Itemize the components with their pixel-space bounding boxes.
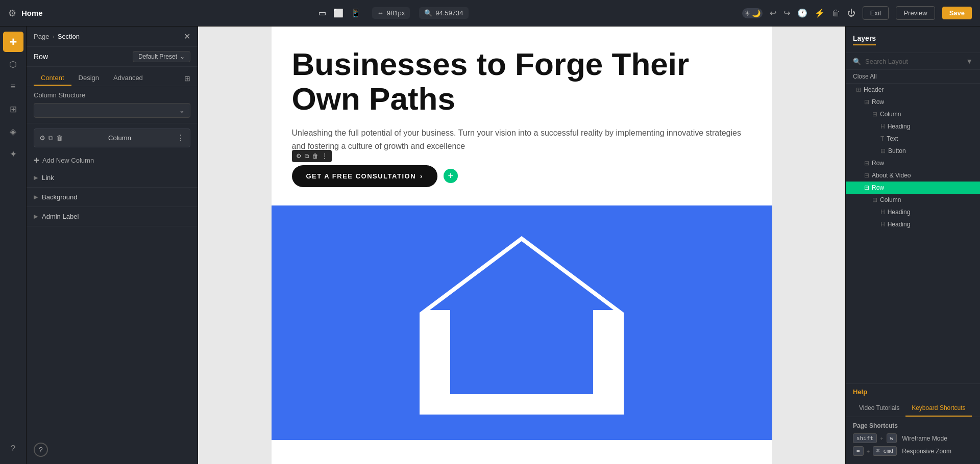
layer-row-1-label: Row — [872, 98, 884, 106]
power-icon[interactable]: ⏻ — [847, 9, 855, 18]
layers-header: Layers — [846, 27, 980, 53]
redo-icon[interactable]: ↪ — [783, 8, 790, 18]
heading-icon-2: H — [880, 209, 885, 216]
tab-design[interactable]: Design — [71, 71, 106, 86]
add-content-icon[interactable]: ✚ — [3, 32, 23, 52]
layers-tab[interactable]: Layers — [853, 34, 876, 45]
svg-marker-2 — [430, 241, 614, 310]
layer-text-1[interactable]: T Text — [846, 133, 980, 145]
media-icon[interactable]: ⊞ — [3, 99, 23, 119]
save-button[interactable]: Save — [942, 7, 972, 19]
close-all-button[interactable]: Close All — [846, 70, 980, 84]
add-column-label: Add New Column — [42, 157, 94, 164]
link-chevron-icon: ▶ — [34, 174, 38, 181]
search-input[interactable] — [865, 58, 962, 65]
module-copy-icon[interactable]: ⧉ — [304, 151, 310, 161]
px-icon: ↔ — [377, 9, 384, 17]
column-label: Column — [108, 134, 131, 142]
layers-icon[interactable]: ≡ — [3, 76, 23, 97]
row-icon-1: ⊟ — [864, 98, 869, 106]
trash-icon[interactable]: 🗑 — [832, 9, 840, 18]
px-value: 981px — [387, 9, 405, 17]
undo-icon[interactable]: ↩ — [770, 8, 776, 18]
layer-heading-2[interactable]: H Heading — [846, 206, 980, 218]
sun-icon: ☀ — [744, 9, 751, 17]
layer-column-1-label: Column — [880, 111, 901, 118]
layer-heading-3[interactable]: H Heading — [846, 218, 980, 230]
module-delete-icon[interactable]: 🗑 — [311, 151, 320, 161]
zoom-desc: Responsive Zoom — [902, 448, 951, 455]
layout-icon-sm[interactable]: ⊞ — [184, 74, 190, 83]
kbd-shift: shift — [853, 433, 877, 443]
help-icon[interactable]: ? — [3, 439, 23, 459]
pages-icon[interactable]: ⬡ — [3, 54, 23, 74]
topbar: ⚙ Home ▭ ⬜ 📱 ↔ 981px 🔍 94.59734 ☀ 🌙 ↩ ↪ … — [0, 0, 980, 27]
panel-close-button[interactable]: ✕ — [184, 32, 190, 41]
admin-label: Admin Label — [42, 213, 79, 220]
history-icon[interactable]: 🕐 — [797, 8, 807, 18]
search-icon: 🔍 — [853, 58, 861, 65]
layer-about-video-label: About & Video — [872, 172, 911, 179]
settings-sm-icon[interactable]: ⚙ — [39, 134, 45, 142]
more-options-icon[interactable]: ⋮ — [177, 133, 185, 143]
layer-header[interactable]: ⊞ Header — [846, 84, 980, 96]
theme-toggle[interactable]: ☀ 🌙 — [742, 8, 763, 18]
module-settings-icon[interactable]: ⚙ — [295, 151, 303, 161]
layer-row-3[interactable]: ⊟ Row — [846, 182, 980, 194]
integrations-icon[interactable]: ✦ — [3, 144, 23, 164]
layer-button-1[interactable]: ⊟ Button — [846, 145, 980, 157]
app-title: Home — [21, 9, 43, 17]
module-more-icon[interactable]: ⋮ — [321, 151, 329, 161]
preview-button[interactable]: Preview — [896, 6, 935, 20]
layer-text-1-label: Text — [887, 135, 898, 142]
mobile-view-icon[interactable]: 📱 — [349, 6, 363, 20]
header-icon: ⊞ — [856, 86, 861, 93]
layer-column-1[interactable]: ⊟ Column — [846, 108, 980, 120]
add-module-button[interactable]: + — [444, 169, 458, 183]
layer-heading-1[interactable]: H Heading — [846, 120, 980, 133]
layer-row-2[interactable]: ⊟ Row — [846, 157, 980, 169]
layer-row-1[interactable]: ⊟ Row — [846, 96, 980, 108]
column-structure-chevron: ⌄ — [179, 107, 185, 114]
help-circle-button[interactable]: ? — [34, 443, 48, 457]
tab-content[interactable]: Content — [34, 71, 71, 86]
row-icon-3: ⊟ — [864, 184, 869, 191]
tablet-view-icon[interactable]: ⬜ — [331, 6, 346, 20]
exit-button[interactable]: Exit — [863, 6, 889, 20]
panel-header: Page › Section ✕ — [27, 27, 198, 47]
kbd-w: w — [887, 433, 897, 443]
layout-icon[interactable]: ⚡ — [815, 8, 825, 18]
preset-button[interactable]: Default Preset ⌄ — [133, 51, 190, 62]
layer-button-1-label: Button — [888, 147, 906, 154]
desktop-view-icon[interactable]: ▭ — [316, 6, 328, 20]
zoom-indicator: 🔍 94.59734 — [419, 7, 468, 19]
right-panel: Layers 🔍 ▼ Close All ⊞ Header ⊟ Row ⊟ Co… — [845, 27, 980, 464]
preset-label: Default Preset — [138, 53, 177, 60]
view-mode-selector: ▭ ⬜ 📱 — [316, 6, 363, 20]
layer-about-video[interactable]: ⊟ About & Video — [846, 169, 980, 182]
settings-icon[interactable]: ⚙ — [8, 8, 16, 19]
layer-row-3-label: Row — [872, 184, 884, 191]
preset-chevron: ⌄ — [180, 53, 185, 60]
layer-column-2[interactable]: ⊟ Column — [846, 194, 980, 206]
tab-video-tutorials[interactable]: Video Tutorials — [853, 400, 905, 417]
cta-button[interactable]: GET A FREE CONSULTATION › — [292, 165, 437, 187]
plus-1: + — [880, 435, 883, 442]
hero-subtext: Unleashing the full potential of your bu… — [292, 126, 752, 152]
filter-icon[interactable]: ▼ — [966, 57, 973, 65]
cta-label: GET A FREE CONSULTATION — [306, 172, 416, 180]
admin-label-accordion[interactable]: ▶ Admin Label — [27, 207, 198, 226]
theme-builder-icon[interactable]: ◈ — [3, 121, 23, 142]
canvas-inner: Businesses to Forge Their Own Paths Unle… — [272, 27, 772, 464]
column-structure-select[interactable]: ⌄ — [34, 103, 190, 118]
row-icon-2: ⊟ — [864, 160, 869, 167]
tab-keyboard-shortcuts[interactable]: Keyboard Shortcuts — [905, 400, 971, 417]
breadcrumb-separator: › — [52, 33, 54, 40]
background-accordion[interactable]: ▶ Background — [27, 188, 198, 207]
tab-advanced[interactable]: Advanced — [106, 71, 150, 86]
add-column-button[interactable]: ✚ Add New Column — [27, 152, 198, 168]
delete-icon[interactable]: 🗑 — [56, 134, 63, 142]
duplicate-icon[interactable]: ⧉ — [48, 134, 53, 142]
help-wrap: ? — [27, 435, 198, 464]
link-accordion[interactable]: ▶ Link — [27, 168, 198, 188]
